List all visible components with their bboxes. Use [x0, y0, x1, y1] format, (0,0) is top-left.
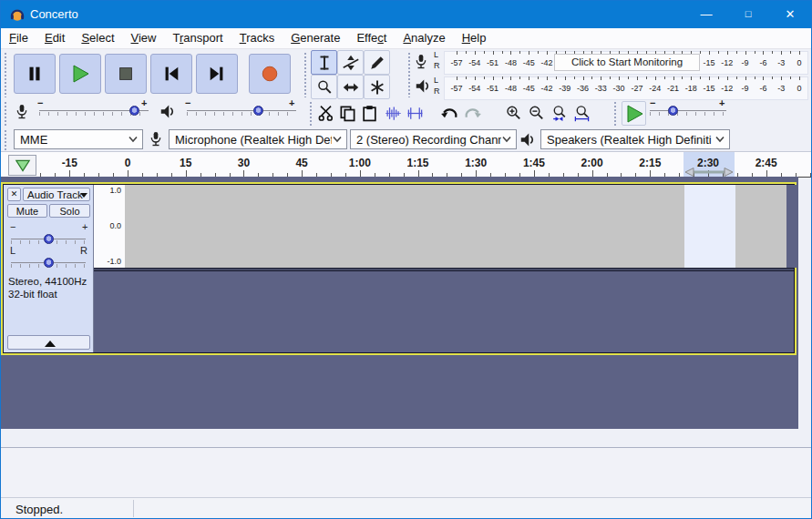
ruler-time-label: 1:45	[523, 157, 545, 169]
menu-edit[interactable]: Edit	[36, 28, 73, 48]
menu-generate[interactable]: Generate	[283, 28, 348, 48]
zoom-fit-button[interactable]	[570, 101, 593, 125]
menu-select[interactable]: Select	[73, 28, 122, 48]
zoom-out-button[interactable]	[525, 101, 548, 125]
recording-channels-select[interactable]: 2 (Stereo) Recording Channels	[350, 129, 517, 149]
envelope-tool[interactable]	[337, 50, 364, 75]
meter-scale-value: -12	[721, 58, 733, 67]
play-speed-slider[interactable]	[650, 103, 726, 119]
recording-device-select-value: Microphone (Realtek High Defini	[175, 133, 332, 147]
edit-toolbar-grip[interactable]	[309, 101, 313, 127]
draw-tool[interactable]	[364, 50, 390, 75]
play-at-speed-button[interactable]	[622, 101, 646, 126]
silence-audio-button[interactable]	[404, 101, 427, 125]
audio-track-close-button[interactable]: ✕	[7, 188, 21, 201]
timeshift-tool[interactable]	[337, 75, 364, 99]
menu-view[interactable]: View	[123, 28, 165, 48]
stop-button[interactable]	[105, 54, 147, 94]
solo-button[interactable]: Solo	[49, 204, 90, 218]
undo-button[interactable]	[438, 101, 461, 125]
ruler-major-tick	[302, 170, 303, 177]
cut-button[interactable]	[314, 101, 337, 125]
selection-tool[interactable]	[311, 50, 337, 75]
play-speed-toolbar-grip[interactable]	[613, 101, 618, 127]
meter-tick	[547, 51, 548, 55]
pan-slider[interactable]	[11, 256, 86, 270]
meter-tick-minor	[664, 76, 665, 79]
meter-tick	[457, 51, 457, 55]
timeline-ruler[interactable]: -1501530451:001:151:301:452:002:152:302:…	[1, 151, 811, 178]
meter-tick-minor	[591, 76, 592, 79]
meter-scale-value: 0	[797, 58, 801, 67]
mixer-speaker-icon	[159, 104, 177, 119]
gain-slider[interactable]	[11, 232, 86, 247]
toolbar-dock: LR-57-54-51-48-45-42-39-36-33-30-27-24-2…	[1, 48, 812, 151]
playback-meter[interactable]: LR-57-54-51-48-45-42-39-36-33-30-27-24-2…	[413, 76, 810, 100]
pause-button[interactable]	[14, 54, 56, 94]
meter-tick	[619, 76, 620, 80]
device-toolbar-grip[interactable]	[4, 129, 8, 151]
skip-to-start-button[interactable]	[150, 54, 192, 94]
play-button[interactable]	[59, 54, 101, 94]
paste-button[interactable]	[358, 101, 381, 125]
menu-analyze[interactable]: Analyze	[395, 28, 453, 48]
menu-help[interactable]: Help	[454, 28, 495, 48]
meter-tick	[673, 76, 674, 80]
redo-button[interactable]	[461, 101, 484, 125]
redo-icon	[463, 106, 482, 121]
meter-tick	[510, 76, 511, 80]
mute-button[interactable]: Mute	[7, 204, 47, 218]
meter-tick	[583, 76, 584, 80]
meter-toolbar-grip[interactable]	[407, 52, 412, 97]
timeline-options-button[interactable]	[8, 155, 36, 176]
meter-scale-value: -48	[505, 84, 517, 93]
menu-file[interactable]: File	[1, 28, 36, 48]
audio-track-title-button[interactable]: Audio Track	[23, 188, 90, 201]
menu-transport[interactable]: Transport	[164, 28, 231, 48]
audio-host-select[interactable]: MME	[14, 129, 143, 149]
gain-slider-thumb[interactable]	[44, 234, 54, 244]
skip-to-end-button[interactable]	[196, 54, 238, 94]
meter-tick	[529, 76, 529, 80]
gain-minus-label: −	[10, 221, 15, 232]
transport-toolbar-grip[interactable]	[4, 52, 8, 97]
waveform-channel-1[interactable]	[125, 185, 797, 268]
multi-tool[interactable]	[364, 75, 390, 99]
track-collapse-button[interactable]	[7, 335, 90, 350]
minimize-button[interactable]: —	[685, 1, 727, 28]
recording-device-select[interactable]: Microphone (Realtek High Defini	[169, 129, 347, 149]
mixer-toolbar-grip[interactable]	[4, 101, 8, 127]
play-speed-slider-ticks	[650, 112, 726, 116]
record-button[interactable]	[249, 54, 291, 94]
menu-tracks[interactable]: Tracks	[231, 28, 283, 48]
meter-tick	[493, 76, 494, 80]
copy-button[interactable]	[336, 101, 359, 125]
pan-slider-thumb[interactable]	[44, 258, 54, 268]
tools-toolbar-grip[interactable]	[303, 52, 308, 97]
playback-volume-slider-thumb[interactable]	[253, 106, 263, 116]
ruler-major-tick	[476, 170, 477, 177]
meter-channel-label-r: R	[434, 86, 440, 96]
recording-channels-select-value: 2 (Stereo) Recording Channels	[356, 133, 501, 147]
meter-scale-value: -51	[487, 84, 499, 93]
gain-plus-label: +	[82, 221, 87, 232]
playback-volume-slider[interactable]	[187, 103, 296, 119]
trim-audio-button[interactable]	[382, 101, 405, 125]
maximize-button[interactable]: □	[727, 1, 769, 28]
recording-volume-slider[interactable]	[39, 103, 149, 119]
meter-scale-value: -45	[523, 58, 535, 67]
playback-device-select[interactable]: Speakers (Realtek High Definiti	[540, 129, 730, 149]
meter-tick-minor	[718, 51, 719, 54]
skip-start-icon	[161, 64, 181, 84]
zoom-selection-button[interactable]	[548, 101, 570, 125]
status-bar: Stopped.	[1, 497, 811, 519]
monitoring-overlay[interactable]: Click to Start Monitoring	[554, 54, 700, 71]
meter-tick	[493, 51, 494, 55]
close-button[interactable]: ✕	[769, 1, 811, 28]
zoom-tool[interactable]	[311, 75, 337, 99]
audio-host-select-value: MME	[20, 133, 47, 147]
recording-meter[interactable]: LR-57-54-51-48-45-42-39-36-33-30-27-24-2…	[413, 50, 810, 75]
zoom-in-button[interactable]	[502, 101, 525, 125]
menu-effect[interactable]: Effect	[348, 28, 395, 48]
meter-tick	[655, 76, 656, 80]
